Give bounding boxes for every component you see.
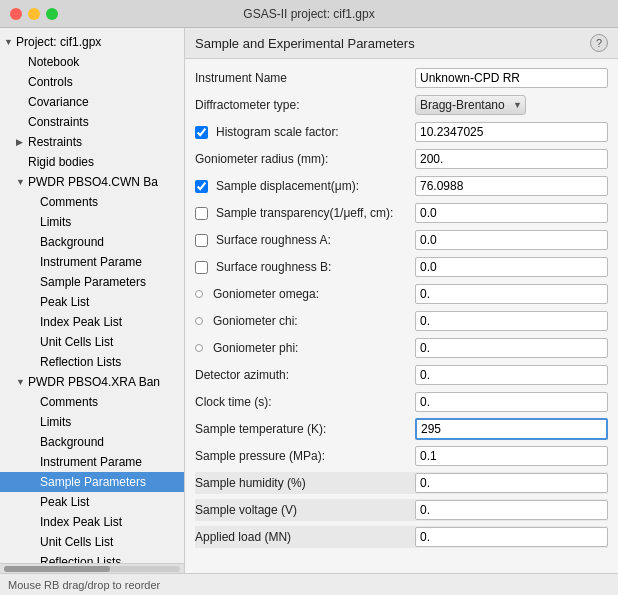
- sidebar-item-constraints[interactable]: Constraints: [0, 112, 184, 132]
- input-sample-temperature[interactable]: [415, 418, 608, 440]
- field-value-sample-humidity: [415, 473, 608, 493]
- sidebar-item-label-covariance: Covariance: [28, 95, 89, 109]
- input-surface-roughness-a[interactable]: [415, 230, 608, 250]
- sidebar-item-label-comments-cwn: Comments: [40, 195, 98, 209]
- input-goniometer-phi[interactable]: [415, 338, 608, 358]
- field-row-sample-pressure: Sample pressure (MPa):: [195, 445, 608, 467]
- sidebar-item-index-peak-xra[interactable]: Index Peak List: [0, 512, 184, 532]
- label-text-clock-time: Clock time (s):: [195, 395, 272, 409]
- input-goniometer-chi[interactable]: [415, 311, 608, 331]
- goniometer-dot-goniometer-phi: [195, 344, 203, 352]
- field-value-diffractometer-type: Bragg-BrentanoDebye-ScherrerPink Beam▼: [415, 95, 608, 115]
- right-panel: Sample and Experimental Parameters ? Ins…: [185, 28, 618, 573]
- sidebar-item-background-xra[interactable]: Background: [0, 432, 184, 452]
- input-clock-time[interactable]: [415, 392, 608, 412]
- sidebar-item-label-peak-cwn: Peak List: [40, 295, 89, 309]
- sidebar-item-label-controls: Controls: [28, 75, 73, 89]
- checkbox-sample-transparency[interactable]: [195, 207, 208, 220]
- input-detector-azimuth[interactable]: [415, 365, 608, 385]
- sidebar-item-label-peak-xra: Peak List: [40, 495, 89, 509]
- sidebar-item-pwdr-xra[interactable]: PWDR PBSO4.XRA Ban: [0, 372, 184, 392]
- window-controls[interactable]: [10, 8, 58, 20]
- field-label-applied-load: Applied load (MN): [195, 530, 415, 544]
- field-row-instrument-name: Instrument Name: [195, 67, 608, 89]
- sidebar-item-background-cwn[interactable]: Background: [0, 232, 184, 252]
- status-text: Mouse RB drag/drop to reorder: [8, 579, 160, 591]
- sidebar-item-controls[interactable]: Controls: [0, 72, 184, 92]
- label-text-histogram-scale: Histogram scale factor:: [216, 125, 339, 139]
- sidebar-item-limits-cwn[interactable]: Limits: [0, 212, 184, 232]
- sidebar-item-reflection-xra[interactable]: Reflection Lists: [0, 552, 184, 563]
- input-surface-roughness-b[interactable]: [415, 257, 608, 277]
- sidebar-item-instrument-xra[interactable]: Instrument Parame: [0, 452, 184, 472]
- sidebar-item-reflection-cwn[interactable]: Reflection Lists: [0, 352, 184, 372]
- window-title: GSAS-II project: cif1.gpx: [243, 7, 374, 21]
- label-text-surface-roughness-b: Surface roughness B:: [216, 260, 331, 274]
- input-goniometer-omega[interactable]: [415, 284, 608, 304]
- sidebar-item-peak-cwn[interactable]: Peak List: [0, 292, 184, 312]
- field-row-goniometer-chi: Goniometer chi:: [195, 310, 608, 332]
- input-goniometer-radius[interactable]: [415, 149, 608, 169]
- sidebar-item-project[interactable]: Project: cif1.gpx: [0, 32, 184, 52]
- help-button[interactable]: ?: [590, 34, 608, 52]
- sidebar-item-unit-cells-xra[interactable]: Unit Cells List: [0, 532, 184, 552]
- input-sample-displacement[interactable]: [415, 176, 608, 196]
- input-applied-load[interactable]: [415, 527, 608, 547]
- sidebar-item-sample-xra[interactable]: Sample Parameters: [0, 472, 184, 492]
- checkbox-histogram-scale[interactable]: [195, 126, 208, 139]
- sidebar-item-label-notebook: Notebook: [28, 55, 79, 69]
- sidebar-item-sample-cwn[interactable]: Sample Parameters: [0, 272, 184, 292]
- input-sample-voltage[interactable]: [415, 500, 608, 520]
- sidebar-item-notebook[interactable]: Notebook: [0, 52, 184, 72]
- field-label-goniometer-omega: Goniometer omega:: [195, 287, 415, 301]
- field-value-goniometer-radius: [415, 149, 608, 169]
- field-label-sample-displacement: Sample displacement(μm):: [195, 179, 415, 193]
- sidebar-item-rigid-bodies[interactable]: Rigid bodies: [0, 152, 184, 172]
- label-text-sample-displacement: Sample displacement(μm):: [216, 179, 359, 193]
- field-value-sample-pressure: [415, 446, 608, 466]
- sidebar-item-restraints[interactable]: Restraints: [0, 132, 184, 152]
- scrollbar-track[interactable]: [4, 566, 180, 572]
- sidebar-item-comments-xra[interactable]: Comments: [0, 392, 184, 412]
- sidebar-item-covariance[interactable]: Covariance: [0, 92, 184, 112]
- field-label-sample-humidity: Sample humidity (%): [195, 476, 415, 490]
- checkbox-sample-displacement[interactable]: [195, 180, 208, 193]
- sidebar-item-comments-cwn[interactable]: Comments: [0, 192, 184, 212]
- panel-header: Sample and Experimental Parameters ?: [185, 28, 618, 59]
- sidebar-item-label-background-cwn: Background: [40, 235, 104, 249]
- panel-body: Instrument NameDiffractometer type:Bragg…: [185, 59, 618, 573]
- minimize-button[interactable]: [28, 8, 40, 20]
- sidebar-item-limits-xra[interactable]: Limits: [0, 412, 184, 432]
- field-value-goniometer-phi: [415, 338, 608, 358]
- scrollbar-area[interactable]: [0, 563, 184, 573]
- label-text-goniometer-omega: Goniometer omega:: [213, 287, 319, 301]
- sidebar-item-instrument-cwn[interactable]: Instrument Parame: [0, 252, 184, 272]
- tree-triangle-restraints: [16, 137, 26, 147]
- input-instrument-name[interactable]: [415, 68, 608, 88]
- sidebar-item-label-instrument-cwn: Instrument Parame: [40, 255, 142, 269]
- input-histogram-scale[interactable]: [415, 122, 608, 142]
- label-text-goniometer-phi: Goniometer phi:: [213, 341, 298, 355]
- maximize-button[interactable]: [46, 8, 58, 20]
- sidebar-item-label-project: Project: cif1.gpx: [16, 35, 101, 49]
- sidebar-item-peak-xra[interactable]: Peak List: [0, 492, 184, 512]
- field-label-histogram-scale: Histogram scale factor:: [195, 125, 415, 139]
- field-row-sample-humidity: Sample humidity (%): [195, 472, 608, 494]
- field-row-applied-load: Applied load (MN): [195, 526, 608, 548]
- close-button[interactable]: [10, 8, 22, 20]
- sidebar-item-unit-cells-cwn[interactable]: Unit Cells List: [0, 332, 184, 352]
- scrollbar-thumb[interactable]: [4, 566, 110, 572]
- sidebar-item-label-pwdr-cwn: PWDR PBSO4.CWN Ba: [28, 175, 158, 189]
- input-sample-humidity[interactable]: [415, 473, 608, 493]
- field-label-clock-time: Clock time (s):: [195, 395, 415, 409]
- checkbox-surface-roughness-a[interactable]: [195, 234, 208, 247]
- checkbox-surface-roughness-b[interactable]: [195, 261, 208, 274]
- select-diffractometer-type[interactable]: Bragg-BrentanoDebye-ScherrerPink Beam: [415, 95, 526, 115]
- tree-triangle-pwdr-cwn: [16, 177, 26, 187]
- sidebar-item-index-peak-cwn[interactable]: Index Peak List: [0, 312, 184, 332]
- input-sample-pressure[interactable]: [415, 446, 608, 466]
- input-sample-transparency[interactable]: [415, 203, 608, 223]
- field-row-sample-voltage: Sample voltage (V): [195, 499, 608, 521]
- field-label-goniometer-radius: Goniometer radius (mm):: [195, 152, 415, 166]
- sidebar-item-pwdr-cwn[interactable]: PWDR PBSO4.CWN Ba: [0, 172, 184, 192]
